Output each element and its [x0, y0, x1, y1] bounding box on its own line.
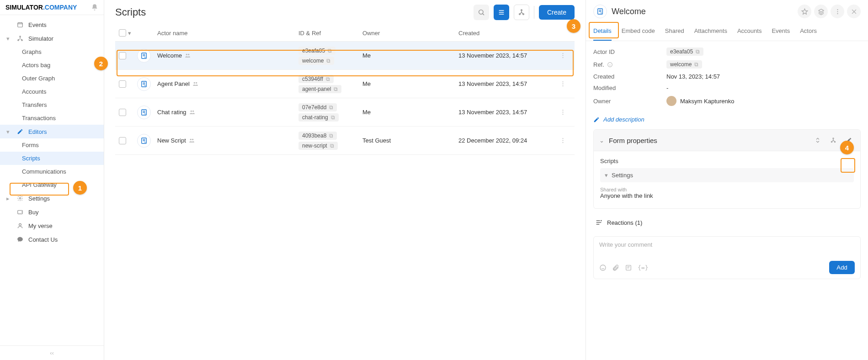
- tree-button[interactable]: [827, 134, 839, 146]
- add-comment-button[interactable]: Add: [829, 261, 855, 274]
- reactions-section: Reactions (1): [593, 214, 861, 231]
- svg-point-43: [600, 265, 606, 270]
- tree-view-button[interactable]: [514, 5, 529, 20]
- tab-events[interactable]: Events: [772, 23, 790, 41]
- svg-point-19: [196, 82, 197, 84]
- row-more-button[interactable]: [559, 80, 566, 87]
- select-all-checkbox[interactable]: [119, 29, 126, 37]
- ref-chip[interactable]: welcome⧉: [666, 60, 702, 69]
- chip-text: welcome: [670, 61, 692, 68]
- row-checkbox[interactable]: [119, 109, 126, 116]
- tab-attachments[interactable]: Attachments: [694, 23, 727, 41]
- list-view-button[interactable]: [494, 5, 509, 20]
- id-chip[interactable]: 4093bea8⧉: [298, 132, 337, 140]
- add-description-button[interactable]: Add description: [586, 112, 868, 129]
- search-button[interactable]: [474, 5, 489, 20]
- row-more-button[interactable]: [559, 137, 566, 144]
- page-header: Scripts Create: [104, 0, 586, 25]
- wallet-icon: [16, 208, 24, 216]
- sidebar-collapse[interactable]: ‹‹: [0, 345, 104, 360]
- actor-name: Agent Panel: [157, 80, 298, 87]
- header-owner[interactable]: Owner: [362, 30, 458, 37]
- row-more-button[interactable]: [559, 52, 566, 59]
- sidebar-item-events[interactable]: Events: [0, 18, 104, 32]
- sidebar: SIMULATOR.COMPANY Events ▾ Simulator Gra…: [0, 0, 104, 360]
- sidebar-item-contact[interactable]: Contact Us: [0, 233, 104, 246]
- create-button[interactable]: Create: [539, 5, 575, 20]
- sidebar-item-graphs[interactable]: Graphs: [0, 45, 104, 58]
- sidebar-item-api-gateway[interactable]: API Gateway: [0, 178, 104, 191]
- reactions-header[interactable]: Reactions (1): [593, 214, 861, 231]
- close-button[interactable]: [847, 5, 861, 18]
- id-chip[interactable]: c53946ff⧉: [298, 75, 334, 83]
- tab-actors[interactable]: Actors: [800, 23, 817, 41]
- people-icon: [185, 53, 191, 58]
- id-chip[interactable]: 07e7e8dd⧉: [298, 103, 337, 111]
- row-checkbox[interactable]: [119, 137, 126, 144]
- tab-details[interactable]: Details: [593, 23, 612, 41]
- svg-point-34: [562, 142, 563, 143]
- sidebar-item-editors[interactable]: ▾ Editors: [0, 125, 104, 138]
- expand-button[interactable]: [812, 134, 824, 146]
- info-icon: [607, 62, 613, 68]
- svg-point-13: [188, 54, 189, 55]
- table-row[interactable]: Agent Panel c53946ff⧉ agent-panel⧉ Me 13…: [115, 70, 575, 98]
- detail-label: Created: [593, 73, 666, 80]
- star-button[interactable]: [798, 5, 811, 18]
- row-checkbox[interactable]: [119, 52, 126, 59]
- settings-row[interactable]: ▾ Settings: [600, 168, 854, 182]
- row-more-button[interactable]: [559, 109, 566, 116]
- sidebar-item-buy[interactable]: Buy: [0, 205, 104, 219]
- table-row[interactable]: New Script 4093bea8⧉ new-script⧉ Test Gu…: [115, 127, 575, 155]
- ref-chip[interactable]: chat-rating⧉: [298, 113, 339, 122]
- id-chip[interactable]: e3eafa05⧉: [298, 47, 335, 55]
- table-row[interactable]: Welcome e3eafa05⧉ welcome⧉ Me 13 Novembe…: [115, 42, 575, 70]
- logo-part1: SIMULATOR: [5, 4, 43, 11]
- table-row[interactable]: Chat rating 07e7e8dd⧉ chat-rating⧉ Me 13…: [115, 98, 575, 127]
- sidebar-item-transactions[interactable]: Transactions: [0, 111, 104, 125]
- sidebar-item-settings[interactable]: ▸ Settings: [0, 191, 104, 205]
- bell-icon[interactable]: [91, 4, 98, 11]
- sidebar-item-accounts[interactable]: Accounts: [0, 85, 104, 98]
- created-cell: 22 December 2022, 09:24: [458, 137, 554, 144]
- header-name[interactable]: Actor name: [157, 30, 298, 37]
- chevron-right-icon: ▸: [6, 195, 11, 202]
- code-icon[interactable]: {=}: [638, 264, 648, 271]
- sidebar-label: Transactions: [22, 115, 56, 122]
- emoji-icon[interactable]: [599, 264, 607, 271]
- layers-button[interactable]: [814, 5, 828, 18]
- ref-chip[interactable]: new-script⧉: [298, 142, 338, 150]
- quote-icon[interactable]: [625, 264, 632, 271]
- svg-point-18: [194, 82, 195, 84]
- ref-chip[interactable]: welcome⧉: [298, 57, 334, 65]
- detail-value: -: [666, 85, 668, 91]
- svg-point-14: [562, 53, 563, 54]
- chevron-down-icon[interactable]: ⌄: [599, 137, 604, 144]
- sidebar-item-scripts[interactable]: Scripts: [0, 152, 104, 165]
- rpanel-tabs: DetailsEmbed codeSharedAttachmentsAccoun…: [586, 23, 868, 41]
- sidebar-item-simulator[interactable]: ▾ Simulator: [0, 32, 104, 45]
- sidebar-label: Settings: [28, 195, 50, 202]
- sidebar-item-myverse[interactable]: My verse: [0, 219, 104, 233]
- header-created[interactable]: Created: [458, 30, 554, 37]
- sidebar-item-forms[interactable]: Forms: [0, 138, 104, 152]
- comment-input[interactable]: [599, 241, 855, 259]
- sidebar-item-actors-bag[interactable]: Actors bag: [0, 58, 104, 72]
- created-cell: 13 November 2023, 14:57: [458, 80, 554, 87]
- sidebar-item-communications[interactable]: Communications: [0, 165, 104, 178]
- sidebar-item-transfers[interactable]: Transfers: [0, 98, 104, 111]
- tab-accounts[interactable]: Accounts: [737, 23, 761, 41]
- actor-id-chip[interactable]: e3eafa05⧉: [666, 48, 703, 56]
- sort-icon[interactable]: ▾: [128, 30, 131, 37]
- gear-icon: [16, 195, 24, 202]
- more-button[interactable]: [831, 5, 844, 18]
- actor-name: Welcome: [157, 52, 298, 59]
- ref-chip[interactable]: agent-panel⧉: [298, 85, 341, 93]
- header-id[interactable]: ID & Ref: [298, 30, 362, 37]
- tab-embed-code[interactable]: Embed code: [622, 23, 655, 41]
- sidebar-item-outer-graph[interactable]: Outer Graph: [0, 72, 104, 85]
- svg-point-8: [521, 10, 522, 11]
- attachment-icon[interactable]: [612, 264, 619, 271]
- tab-shared[interactable]: Shared: [665, 23, 684, 41]
- row-checkbox[interactable]: [119, 80, 126, 88]
